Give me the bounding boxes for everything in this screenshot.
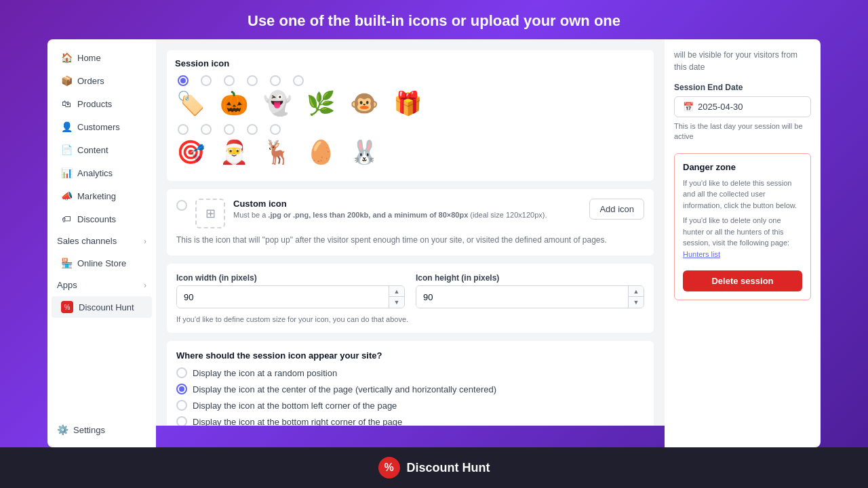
- icon-radio-5[interactable]: [293, 75, 304, 86]
- icon-radio-7[interactable]: [201, 124, 212, 135]
- position-label-bottom-left: Display the icon at the bottom left corn…: [193, 401, 397, 411]
- session-end-date-value: 2025-04-30: [698, 102, 743, 112]
- session-end-date-button[interactable]: 📅 2025-04-30: [674, 96, 811, 117]
- icon-option-3[interactable]: 🌿: [305, 87, 336, 119]
- position-option-bottom-left: Display the icon at the bottom left corn…: [176, 400, 644, 411]
- products-icon: 🛍: [61, 98, 72, 109]
- icon-option-2[interactable]: 👻: [262, 87, 293, 119]
- icon-radio-4[interactable]: [270, 75, 281, 86]
- sidebar-item-label: Discounts: [77, 214, 116, 224]
- delete-session-button[interactable]: Delete session: [683, 270, 802, 291]
- icon-radio-3[interactable]: [247, 75, 258, 86]
- discounts-icon: 🏷: [61, 214, 72, 224]
- icon-radio-9[interactable]: [247, 124, 258, 135]
- sidebar: 🏠 Home 📦 Orders 🛍 Products 👤 Customers 📄…: [47, 39, 156, 447]
- custom-icon-desc: Must be a .jpg or .png, less than 200kb,…: [233, 210, 547, 220]
- icon-option-8[interactable]: 🦌: [262, 136, 293, 167]
- session-icon-label: Session icon: [175, 58, 646, 68]
- icon-width-group: Icon width (in pixels) ▲ ▼: [176, 273, 405, 308]
- icon-option-1[interactable]: 🎃: [218, 87, 250, 119]
- position-radio-bottom-left[interactable]: [176, 400, 187, 411]
- icon-option-6[interactable]: 🎯: [175, 136, 206, 167]
- sidebar-item-label: Products: [77, 99, 112, 109]
- orders-icon: 📦: [61, 75, 72, 86]
- position-label-random: Display the icon at a random position: [193, 368, 337, 378]
- icon-radio-10[interactable]: [270, 124, 281, 135]
- chevron-right-icon: ›: [144, 281, 146, 290]
- position-radio-bottom-right[interactable]: [176, 416, 187, 426]
- icon-radio-2[interactable]: [224, 75, 235, 86]
- analytics-icon: 📊: [61, 167, 72, 178]
- custom-icon-placeholder: ⊞: [195, 199, 225, 228]
- custom-icon-section: ⊞ Custom icon Must be a .jpg or .png, le…: [167, 189, 654, 256]
- width-decrement-button[interactable]: ▼: [389, 297, 404, 308]
- icon-radio-0[interactable]: [178, 75, 189, 86]
- apps-label: Apps: [57, 280, 77, 290]
- main-content: Session icon 🏷️ 🎃 👻 🌿 🐵 🎁: [156, 39, 665, 426]
- width-increment-button[interactable]: ▲: [389, 286, 404, 297]
- session-icon-section: Session icon 🏷️ 🎃 👻 🌿 🐵 🎁: [167, 50, 654, 181]
- sidebar-item-analytics[interactable]: 📊 Analytics: [52, 162, 152, 184]
- sidebar-item-label: Discount Hunt: [79, 302, 134, 312]
- icon-option-9[interactable]: 🥚: [305, 136, 336, 167]
- sidebar-item-label: Customers: [77, 122, 120, 132]
- sidebar-item-label: Content: [77, 145, 108, 155]
- position-radio-random[interactable]: [176, 367, 187, 378]
- sidebar-item-discount-hunt[interactable]: % Discount Hunt: [52, 296, 152, 318]
- position-label: Where should the session icon appear you…: [176, 350, 644, 361]
- add-icon-button[interactable]: Add icon: [589, 199, 644, 220]
- sidebar-item-label: Online Store: [77, 258, 126, 268]
- settings-label: Settings: [73, 425, 105, 435]
- icon-option-5[interactable]: 🎁: [392, 87, 423, 119]
- icon-width-label: Icon width (in pixels): [176, 273, 405, 283]
- session-end-date-label: Session End Date: [674, 83, 811, 92]
- position-radio-center[interactable]: [176, 384, 187, 394]
- right-panel: will be visible for your visitors from t…: [665, 39, 821, 447]
- height-decrement-button[interactable]: ▼: [629, 297, 644, 308]
- position-section: Where should the session icon appear you…: [167, 341, 654, 426]
- position-option-bottom-right: Display the icon at the bottom right cor…: [176, 416, 644, 426]
- sidebar-item-marketing[interactable]: 📣 Marketing: [52, 185, 152, 207]
- home-icon: 🏠: [61, 52, 72, 63]
- footer-icon: %: [378, 457, 400, 479]
- sidebar-item-label: Home: [77, 53, 101, 63]
- icon-option-10[interactable]: 🐰: [349, 136, 380, 167]
- icon-height-group: Icon height (in pixels) ▲ ▼: [416, 273, 644, 308]
- visibility-text: will be visible for your visitors from t…: [674, 49, 811, 73]
- hunters-list-link[interactable]: Hunters list: [683, 250, 720, 258]
- sidebar-item-customers[interactable]: 👤 Customers: [52, 116, 152, 138]
- icon-radio-1[interactable]: [201, 75, 212, 86]
- icon-height-label: Icon height (in pixels): [416, 273, 644, 283]
- sales-channels-label: Sales channels: [57, 236, 117, 246]
- plus-grid-icon: ⊞: [205, 206, 216, 221]
- sidebar-item-content[interactable]: 📄 Content: [52, 139, 152, 161]
- sidebar-item-products[interactable]: 🛍 Products: [52, 93, 152, 115]
- icon-option-0[interactable]: 🏷️: [175, 87, 206, 119]
- danger-text-2: If you'd like to delete only one hunter …: [683, 215, 802, 260]
- discount-hunt-app-icon: %: [61, 301, 73, 313]
- sidebar-item-home[interactable]: 🏠 Home: [52, 47, 152, 68]
- sidebar-item-discounts[interactable]: 🏷 Discounts: [52, 208, 152, 230]
- icon-radio-8[interactable]: [224, 124, 235, 135]
- settings-item[interactable]: ⚙️ Settings: [47, 419, 156, 441]
- icon-option-7[interactable]: 🎅: [218, 136, 250, 167]
- apps-section[interactable]: Apps ›: [47, 274, 156, 296]
- icon-height-input[interactable]: [416, 286, 628, 308]
- height-increment-button[interactable]: ▲: [629, 286, 644, 297]
- custom-icon-radio[interactable]: [176, 200, 187, 211]
- icon-radio-6[interactable]: [178, 124, 189, 135]
- icon-option-4[interactable]: 🐵: [349, 87, 380, 119]
- sidebar-item-label: Orders: [77, 76, 104, 86]
- position-label-center: Display the icon at the center of the pa…: [193, 384, 496, 394]
- calendar-icon: 📅: [683, 102, 694, 112]
- footer-label: Discount Hunt: [407, 461, 490, 475]
- online-store-icon: 🏪: [61, 258, 72, 268]
- sidebar-item-orders[interactable]: 📦 Orders: [52, 70, 152, 92]
- custom-icon-title: Custom icon: [233, 199, 547, 209]
- sales-channels-section[interactable]: Sales channels ›: [47, 230, 156, 251]
- page-footer: % Discount Hunt: [0, 447, 868, 488]
- sidebar-item-online-store[interactable]: 🏪 Online Store: [52, 252, 152, 274]
- danger-text-1: If you'd like to delete this session and…: [683, 178, 802, 211]
- icon-width-input[interactable]: [177, 286, 389, 308]
- danger-zone: Danger zone If you'd like to delete this…: [674, 153, 811, 301]
